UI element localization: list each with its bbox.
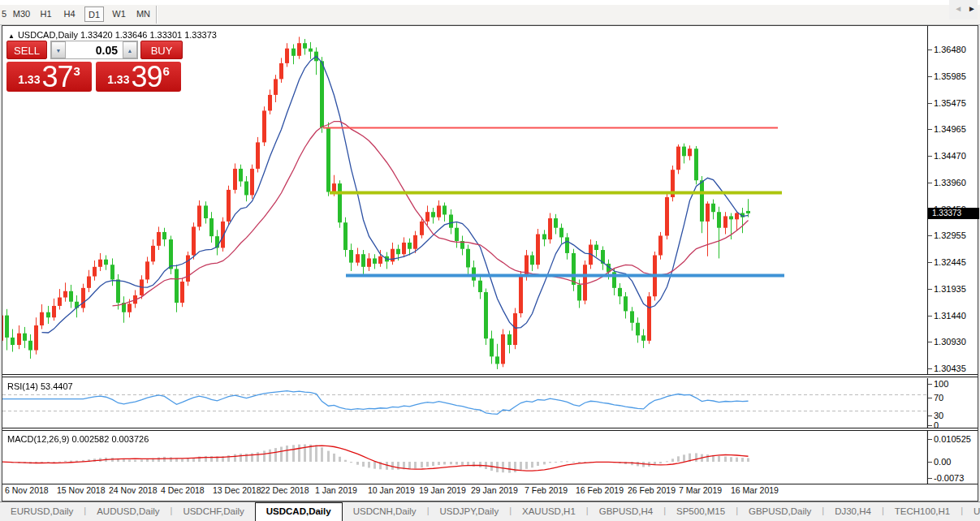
tab-usdcnh-daily[interactable]: USDCNH,Daily (343, 502, 427, 521)
macd-indicator-label: MACD(12,26,9) 0.002582 0.003726 (7, 434, 149, 444)
tab-usdcad-daily[interactable]: USDCAD,Daily (255, 502, 343, 521)
sell-price-tile[interactable]: 1.33 37 3 (6, 62, 92, 92)
menu-strip (0, 0, 980, 5)
buy-price-tile[interactable]: 1.33 39 6 (96, 62, 181, 92)
chart-tab-bar: EURUSD,Daily|AUDUSD,Daily|USDCHF,DailyUS… (0, 502, 980, 521)
buy-button[interactable]: BUY (140, 41, 183, 59)
date-axis-label: 6 Nov 2018 (5, 485, 49, 495)
date-axis-label: 13 Dec 2018 (213, 485, 261, 495)
tab-gbpusd-h4[interactable]: GBPUSD,H4 (589, 502, 663, 521)
buy-price-sup: 6 (162, 64, 169, 78)
date-axis-label: 16 Mar 2019 (731, 485, 779, 495)
volume-input[interactable]: 0.05 (66, 41, 123, 58)
timeframe-toolbar: 5M30H1H4D1W1MN (0, 0, 980, 25)
rsi-axis-label: 0 (934, 420, 939, 430)
volume-increase-icon[interactable]: ▲ (123, 41, 137, 58)
tab-scroll-arrows: ◄► (949, 0, 978, 19)
ohlc-low: 1.33301 (149, 30, 182, 40)
date-axis-label: 22 Dec 2018 (261, 485, 309, 495)
price-axis-label: 1.35985 (934, 71, 966, 81)
pane-border (2, 484, 978, 484)
timeframe-button-W1[interactable]: W1 (110, 6, 128, 22)
sell-button[interactable]: SELL (6, 41, 47, 59)
chart-title: ▲USDCAD,Daily1.334201.336461.333011.3337… (8, 30, 219, 40)
date-axis-label: 24 Nov 2018 (109, 485, 158, 495)
price-axis-label: 1.31935 (934, 284, 966, 294)
rsi-axis-label: 70 (934, 393, 943, 403)
macd-axis-label: 0.00 (934, 457, 951, 467)
tab-eurusd-daily[interactable]: EURUSD,Daily (0, 502, 84, 521)
chart-window: ▲USDCAD,Daily1.334201.336461.333011.3337… (2, 25, 978, 502)
buy-price-prefix: 1.33 (107, 73, 129, 86)
sell-price-big: 37 (41, 62, 72, 92)
rsi-axis-label: 30 (934, 411, 943, 420)
tab-dj30-h4[interactable]: DJ30,H4 (824, 502, 882, 521)
buy-price-big: 39 (131, 62, 162, 92)
chart-symbol: USDCAD,Daily (18, 30, 78, 40)
price-axis-label: 1.32445 (934, 257, 966, 267)
price-axis-label: 1.36480 (934, 45, 966, 54)
tab-xauusd-h1[interactable]: XAUUSD,H1 (512, 502, 586, 521)
price-axis-label: 1.34965 (934, 124, 966, 134)
pane-separator[interactable] (2, 374, 978, 377)
macd-axis-label: -0.0073 (934, 473, 964, 483)
macd-axis-label: 0.010525 (934, 434, 971, 444)
timeframe-button-H1[interactable]: H1 (37, 6, 55, 22)
price-axis-label: 1.35475 (934, 98, 966, 108)
date-axis-label: 7 Feb 2019 (525, 485, 568, 495)
date-axis-label: 29 Jan 2019 (471, 485, 518, 495)
tab-usdjpy-daily[interactable]: USDJPY,Daily (429, 502, 509, 521)
rsi-indicator-label: RSI(14) 53.4407 (7, 381, 73, 391)
sell-price-sup: 3 (73, 64, 80, 78)
tab-audusd-daily[interactable]: AUDUSD,Daily (86, 502, 170, 521)
timeframe-button-MN[interactable]: MN (133, 6, 153, 22)
date-axis-label: 19 Jan 2019 (419, 485, 466, 495)
date-axis-label: 16 Feb 2019 (576, 485, 624, 495)
volume-decrease-icon[interactable]: ▼ (51, 41, 66, 58)
rsi-axis-label: 100 (934, 379, 948, 389)
price-axis-label: 1.33960 (934, 178, 966, 187)
date-axis-label: 26 Feb 2019 (628, 485, 676, 495)
tab-sp500-m15[interactable]: SP500,M15 (666, 502, 736, 521)
date-axis-label: 4 Dec 2018 (161, 485, 205, 495)
date-axis-label: 10 Jan 2019 (368, 485, 415, 495)
date-axis-label: 7 Mar 2019 (679, 485, 722, 495)
timeframe-button-M30[interactable]: M30 (11, 6, 32, 22)
tab-scroll-right-icon[interactable]: ► (968, 4, 976, 13)
sell-price-prefix: 1.33 (18, 73, 40, 86)
tab-tech100-h1[interactable]: TECH100,H1 (884, 502, 961, 521)
timeframe-button-5[interactable]: 5 (0, 6, 8, 22)
tab-scroll-left-icon[interactable]: ◄ (954, 4, 962, 13)
date-axis-label: 1 Jan 2019 (315, 485, 357, 495)
tab-gbpusd-daily[interactable]: GBPUSD,Daily (738, 502, 822, 521)
price-axis-label: 1.31440 (934, 311, 966, 321)
collapse-triangle-icon[interactable]: ▲ (8, 32, 15, 40)
toolbar-separator (156, 6, 158, 24)
price-axis-label: 1.32955 (934, 230, 966, 240)
timeframe-button-D1[interactable]: D1 (84, 6, 104, 22)
price-axis-label: 1.30435 (934, 364, 966, 373)
ohlc-close: 1.33373 (184, 30, 217, 40)
date-axis-label: 15 Nov 2018 (57, 485, 106, 495)
tab-usdchf-daily[interactable]: USDCHF,Daily (172, 502, 254, 521)
timeframe-button-H4[interactable]: H4 (60, 6, 79, 22)
rsi-chart-canvas[interactable] (2, 378, 928, 428)
ohlc-high: 1.33646 (115, 30, 148, 40)
volume-spinner: ▼ 0.05 ▲ (50, 41, 138, 59)
current-price-tag: 1.33373 (928, 208, 979, 219)
ohlc-open: 1.33420 (80, 30, 113, 40)
tab-ul[interactable]: Ul (963, 502, 980, 521)
price-axis-label: 1.30930 (934, 337, 966, 347)
price-axis-label: 1.34470 (934, 151, 966, 161)
